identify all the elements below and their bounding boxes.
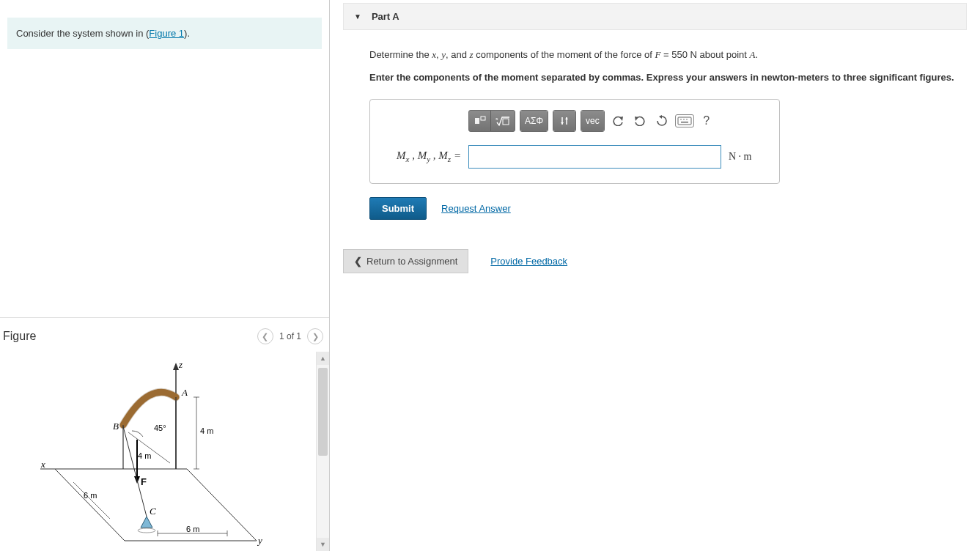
dim-6m-x: 6 m <box>84 491 97 500</box>
undo-button[interactable] <box>609 112 627 130</box>
templates-button[interactable] <box>469 111 491 131</box>
pin-support-icon <box>141 517 152 528</box>
svg-point-7 <box>138 528 155 533</box>
keyboard-button[interactable] <box>675 114 694 127</box>
prompt-block: Determine the x, y, and z components of … <box>343 30 967 86</box>
svg-marker-21 <box>565 117 568 119</box>
figure-pager-text: 1 of 1 <box>279 331 301 341</box>
figure-svg: z y x A B C F 45° 4 m 4 m 6 m 6 m <box>0 352 308 551</box>
caret-down-icon: ▼ <box>354 12 361 21</box>
figure-next-button[interactable]: ❯ <box>307 328 323 344</box>
templates-icon <box>474 116 486 126</box>
label-C: C <box>150 506 156 517</box>
figure-canvas: z y x A B C F 45° 4 m 4 m 6 m 6 m <box>0 352 316 551</box>
figure-header: Figure ❮ 1 of 1 ❯ <box>0 318 329 352</box>
z-axis-arrow-icon <box>173 363 179 370</box>
scroll-thumb[interactable] <box>318 368 328 456</box>
chevron-left-icon: ❮ <box>354 256 362 267</box>
action-row: Submit Request Answer <box>369 197 967 220</box>
svg-line-12 <box>73 482 110 519</box>
dim-4m-vert: 4 m <box>200 426 213 435</box>
dim-6m-y: 6 m <box>186 525 199 533</box>
chevron-right-icon: ❯ <box>312 332 319 341</box>
greek-button[interactable]: ΑΣΦ <box>520 111 548 131</box>
left-pane: Consider the system shown in (Figure 1).… <box>0 0 330 551</box>
svg-marker-22 <box>619 117 623 121</box>
entry-units: N · m <box>729 151 752 163</box>
svg-point-27 <box>683 119 685 120</box>
radical-button[interactable]: x <box>491 111 515 131</box>
svg-rect-25 <box>678 117 691 125</box>
reset-icon <box>656 115 668 127</box>
scroll-down-icon[interactable]: ▼ <box>317 538 329 551</box>
redo-button[interactable] <box>631 112 649 130</box>
chevron-left-icon: ❮ <box>262 332 268 341</box>
right-pane: ▼ Part A Determine the x, y, and z compo… <box>330 0 980 551</box>
answer-input[interactable] <box>468 145 721 169</box>
entry-row: Mx , My , Mz = N · m <box>382 145 767 169</box>
svg-line-6 <box>123 426 147 517</box>
svg-marker-23 <box>635 117 638 121</box>
svg-point-28 <box>686 119 688 120</box>
footer-row: ❮ Return to Assignment Provide Feedback <box>343 249 967 273</box>
svg-rect-17 <box>481 117 485 120</box>
figure-pager: ❮ 1 of 1 ❯ <box>257 328 323 344</box>
svg-marker-24 <box>659 115 662 119</box>
label-z: z <box>178 359 183 370</box>
return-button[interactable]: ❮ Return to Assignment <box>343 249 468 273</box>
part-title: Part A <box>372 11 399 22</box>
figure-prev-button[interactable]: ❮ <box>257 328 273 344</box>
figure-section: Figure ❮ 1 of 1 ❯ <box>0 317 329 551</box>
scroll-track[interactable] <box>317 365 329 538</box>
svg-rect-29 <box>681 122 688 123</box>
scroll-up-icon[interactable]: ▲ <box>317 352 329 365</box>
subscript-button[interactable] <box>553 111 575 131</box>
label-angle: 45° <box>154 424 166 432</box>
label-y: y <box>257 535 262 546</box>
redo-icon <box>634 116 646 126</box>
undo-icon <box>612 116 624 126</box>
figure-title: Figure <box>3 330 257 343</box>
dim-4m-diag: 4 m <box>138 451 151 460</box>
problem-intro: Consider the system shown in (Figure 1). <box>7 18 322 49</box>
prompt-instruction: Enter the components of the moment separ… <box>369 70 967 86</box>
svg-point-26 <box>680 119 682 120</box>
figure-link[interactable]: Figure 1 <box>149 28 184 39</box>
svg-marker-0 <box>55 469 257 541</box>
answer-box: x ΑΣΦ vec <box>369 99 780 184</box>
label-A: A <box>181 387 188 398</box>
request-answer-link[interactable]: Request Answer <box>441 203 511 214</box>
label-F: F <box>141 476 147 487</box>
return-label: Return to Assignment <box>366 256 457 267</box>
label-x: x <box>40 459 45 470</box>
submit-button[interactable]: Submit <box>369 197 427 220</box>
intro-prefix: Consider the system shown in ( <box>16 28 149 39</box>
help-button[interactable]: ? <box>699 114 715 127</box>
equation-toolbar: x ΑΣΦ vec <box>468 110 767 132</box>
entry-label: Mx , My , Mz = <box>382 149 461 163</box>
radical-icon: x <box>495 116 510 126</box>
intro-suffix: ). <box>184 28 190 39</box>
reset-button[interactable] <box>653 112 671 130</box>
part-header[interactable]: ▼ Part A <box>343 3 967 30</box>
figure-body: z y x A B C F 45° 4 m 4 m 6 m 6 m <box>0 352 329 551</box>
figure-scrollbar[interactable]: ▲ ▼ <box>316 352 329 551</box>
provide-feedback-link[interactable]: Provide Feedback <box>490 256 567 267</box>
subscript-icon <box>559 116 570 126</box>
label-B: B <box>113 421 119 432</box>
svg-text:x: x <box>495 116 498 122</box>
keyboard-icon <box>677 117 692 125</box>
svg-rect-16 <box>475 118 479 124</box>
vec-button[interactable]: vec <box>581 111 604 131</box>
prompt-text: Determine the x, y, and z components of … <box>369 48 967 63</box>
svg-rect-19 <box>503 119 509 125</box>
svg-marker-20 <box>561 122 564 125</box>
